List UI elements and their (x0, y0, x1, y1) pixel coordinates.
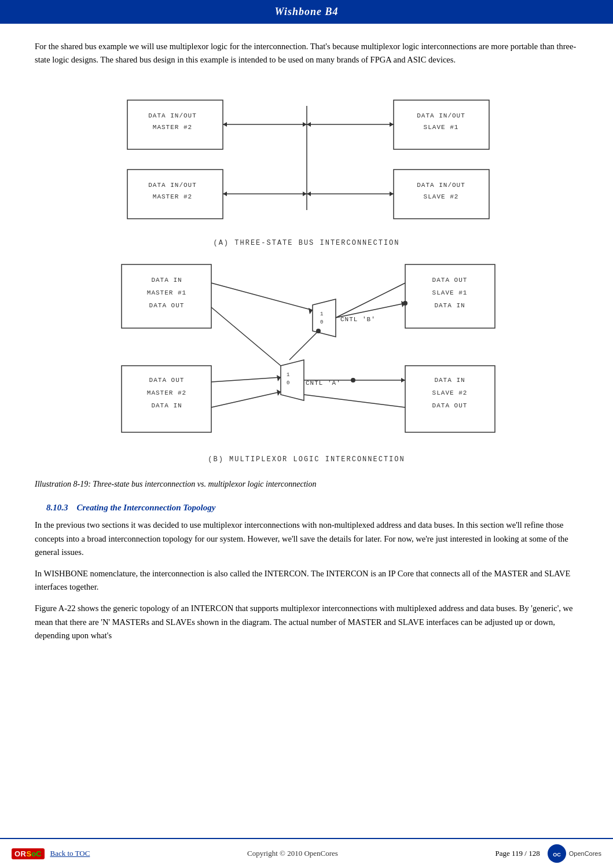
svg-text:SLAVE #1: SLAVE #1 (432, 289, 467, 296)
copyright-text: Copyright © 2010 OpenCores (247, 849, 338, 858)
svg-marker-17 (390, 122, 394, 127)
diagram-a: DATA IN/OUT MASTER #2 DATA IN/OUT MASTER… (110, 83, 504, 236)
svg-marker-13 (223, 122, 227, 127)
svg-marker-65 (277, 375, 281, 381)
header-title: Wishbone B4 (275, 6, 339, 17)
svg-marker-14 (303, 122, 307, 127)
svg-text:0: 0 (320, 319, 323, 325)
opencores-text: OpenCores (569, 850, 601, 857)
svg-line-63 (304, 395, 405, 407)
svg-text:DATA IN/OUT: DATA IN/OUT (417, 112, 465, 119)
svg-text:DATA OUT: DATA OUT (149, 302, 184, 309)
svg-marker-21 (303, 192, 307, 196)
diagram-b-svg: DATA IN MASTER #1 DATA OUT DATA OUT MAST… (110, 253, 504, 450)
footer-right: Page 119 / 128 OC OpenCores (495, 844, 601, 863)
orsoc-logo: OR S oC (12, 848, 45, 859)
svg-text:DATA IN: DATA IN (434, 302, 465, 309)
svg-text:DATA OUT: DATA OUT (432, 277, 467, 284)
svg-line-64 (211, 377, 281, 382)
svg-text:DATA IN/OUT: DATA IN/OUT (417, 182, 465, 189)
oc-text: oC (31, 849, 41, 858)
opencores-logo: OC OpenCores (547, 844, 601, 863)
svg-text:OC: OC (553, 852, 561, 858)
svg-line-49 (211, 283, 313, 310)
page-footer: OR S oC Back to TOC Copyright © 2010 Ope… (0, 838, 613, 868)
svg-text:MASTER #2: MASTER #2 (146, 389, 186, 396)
svg-rect-33 (405, 264, 495, 328)
illustration-caption: Illustration 8-19: Three-state bus inter… (35, 480, 578, 489)
svg-text:DATA IN/OUT: DATA IN/OUT (148, 182, 197, 189)
intro-paragraph: For the shared bus example we will use m… (35, 40, 578, 67)
svg-marker-16 (307, 122, 311, 127)
svg-text:0: 0 (287, 380, 289, 386)
svg-rect-37 (405, 366, 495, 432)
svg-line-51 (211, 392, 281, 407)
svg-text:SLAVE #2: SLAVE #2 (432, 389, 467, 396)
paragraph-1: In the previous two sections it was deci… (35, 518, 578, 559)
paragraph-3: Figure A-22 shows the generic topology o… (35, 602, 578, 642)
svg-text:1: 1 (287, 372, 289, 378)
svg-text:CNTL 'B': CNTL 'B' (340, 316, 376, 323)
page-header: Wishbone B4 (0, 0, 613, 24)
svg-text:DATA OUT: DATA OUT (149, 377, 184, 384)
svg-marker-45 (281, 360, 304, 400)
svg-line-61 (289, 331, 318, 360)
svg-text:MASTER #1: MASTER #1 (146, 289, 186, 296)
svg-text:SLAVE #1: SLAVE #1 (423, 124, 458, 131)
svg-text:MASTER #2: MASTER #2 (152, 193, 192, 200)
svg-marker-41 (313, 299, 336, 337)
footer-copyright: Copyright © 2010 OpenCores (247, 849, 338, 858)
svg-marker-52 (277, 389, 281, 396)
diagram-b: DATA IN MASTER #1 DATA OUT DATA OUT MAST… (110, 253, 504, 452)
svg-text:DATA OUT: DATA OUT (432, 402, 467, 409)
section-number: 8.10.3 (46, 503, 68, 512)
section-title: Creating the Interconnection Topology (77, 503, 216, 512)
footer-left: OR S oC Back to TOC (12, 848, 90, 859)
page-number: Page 119 / 128 (495, 849, 540, 858)
svg-text:DATA IN: DATA IN (151, 402, 182, 409)
diagram-container: DATA IN/OUT MASTER #2 DATA IN/OUT MASTER… (35, 83, 578, 469)
soc-text: S (27, 849, 32, 858)
svg-text:1: 1 (320, 311, 323, 317)
svg-rect-29 (122, 366, 211, 432)
diagram-b-caption: (B) MULTIPLEXOR LOGIC INTERCONNECTION (208, 455, 405, 464)
main-content: For the shared bus example we will use m… (0, 24, 613, 662)
diagram-a-caption: (A) THREE-STATE BUS INTERCONNECTION (213, 239, 399, 247)
svg-text:DATA IN: DATA IN (434, 377, 465, 384)
opencores-icon: OC (547, 844, 567, 863)
svg-text:MASTER #2: MASTER #2 (152, 124, 192, 131)
svg-rect-25 (122, 264, 211, 328)
back-to-toc-link[interactable]: Back to TOC (50, 849, 90, 858)
svg-text:SLAVE #2: SLAVE #2 (423, 193, 458, 200)
svg-point-55 (403, 301, 408, 306)
svg-text:CNTL 'A': CNTL 'A' (306, 380, 341, 387)
svg-line-59 (336, 283, 405, 318)
svg-marker-23 (307, 192, 311, 196)
section-heading: 8.10.3 Creating the Interconnection Topo… (35, 503, 578, 513)
paragraph-2: In WISHBONE nomenclature, the interconne… (35, 567, 578, 594)
svg-text:DATA IN/OUT: DATA IN/OUT (148, 112, 197, 119)
orsoc-text: OR (14, 849, 27, 858)
svg-marker-50 (309, 308, 313, 314)
diagram-a-svg: DATA IN/OUT MASTER #2 DATA IN/OUT MASTER… (110, 83, 504, 233)
svg-text:DATA IN: DATA IN (151, 277, 182, 284)
svg-line-60 (211, 307, 281, 366)
svg-marker-57 (401, 378, 405, 382)
svg-marker-20 (223, 192, 227, 196)
svg-marker-24 (390, 192, 394, 196)
svg-point-62 (316, 329, 321, 333)
svg-point-58 (351, 378, 355, 382)
